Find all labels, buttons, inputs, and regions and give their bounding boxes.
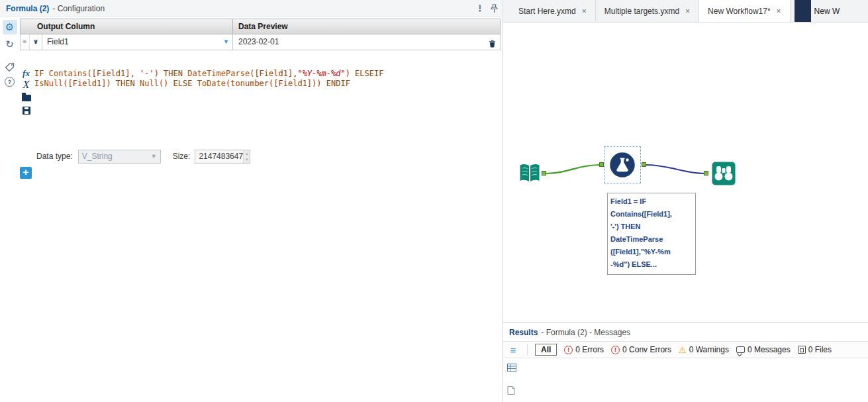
data-type-value: V_String: [82, 152, 113, 161]
filter-icon: !: [611, 346, 620, 354]
connection-input-to-formula[interactable]: [546, 165, 599, 174]
input-data-tool[interactable]: [516, 160, 543, 189]
results-subtitle: - Formula (2) - Messages: [541, 328, 630, 337]
more-options-icon[interactable]: ⋮: [475, 3, 485, 13]
tab-strip-dark-block: [795, 0, 811, 22]
close-icon[interactable]: ×: [777, 7, 781, 16]
filter-icon: ⚠: [679, 345, 687, 355]
row-expand-chevron-icon[interactable]: ∨: [30, 34, 42, 50]
configuration-panel-header: Formula (2) - Configuration ⋮: [0, 0, 502, 17]
input-anchor[interactable]: [599, 162, 604, 167]
results-panel: Results - Formula (2) - Messages ≡ All !…: [503, 323, 868, 402]
output-column-row: ≡ ∨ Field1 ▼ 2023-02-01: [20, 34, 501, 50]
connection-formula-to-browse[interactable]: [646, 165, 705, 174]
data-preview-header: Data Preview: [233, 19, 501, 34]
close-icon[interactable]: ×: [582, 7, 587, 16]
annotation-line: Field1 = IF: [610, 195, 693, 208]
workflow-tab[interactable]: New Workflow17* ×: [699, 0, 791, 22]
results-filter[interactable]: 0 Messages: [736, 345, 791, 354]
input-anchor[interactable]: [704, 171, 708, 176]
folder-icon[interactable]: [22, 95, 31, 101]
save-expression-icon[interactable]: [23, 107, 30, 115]
workflow-tab[interactable]: Start Here.yxmd ×: [510, 0, 596, 22]
filter-icon: !: [564, 346, 573, 354]
size-input[interactable]: 2147483647 ▴ ▾: [195, 150, 250, 164]
size-value: 2147483647: [195, 150, 243, 163]
variables-icon[interactable]: X: [23, 79, 30, 91]
data-type-select[interactable]: V_String ▼: [78, 150, 161, 164]
output-column-value: Field1: [47, 37, 69, 46]
filter-label: 0 Warnings: [689, 345, 729, 354]
workflow-tab[interactable]: Multiple targets.yxmd ×: [596, 0, 699, 22]
pin-icon[interactable]: [491, 4, 498, 13]
results-filter[interactable]: ⚠ 0 Warnings: [679, 345, 729, 355]
size-stepper[interactable]: ▴ ▾: [243, 150, 250, 163]
row-drag-handle[interactable]: ≡: [21, 34, 30, 50]
chevron-down-icon[interactable]: ▼: [223, 34, 229, 49]
results-body: [503, 358, 868, 401]
gear-icon[interactable]: ⚙: [3, 20, 17, 34]
annotation-line: DateTimeParse: [610, 233, 693, 246]
config-tool-title: Formula (2): [6, 4, 49, 13]
binoculars-icon: [710, 160, 737, 187]
filter-label: 0 Errors: [575, 345, 604, 354]
results-title: Results: [509, 328, 538, 337]
formula-expression-input[interactable]: IF Contains([Field1], '-') THEN DateTime…: [32, 50, 501, 147]
stepper-up-icon[interactable]: ▴: [244, 150, 250, 157]
results-filter[interactable]: ! 0 Errors: [564, 345, 604, 354]
output-anchor[interactable]: [642, 162, 646, 167]
results-filter[interactable]: All: [535, 344, 557, 356]
output-anchor[interactable]: [542, 171, 546, 176]
annotation-line: Contains([Field1],: [610, 208, 693, 221]
data-preview-value: 2023-02-01: [238, 37, 279, 46]
data-type-row: Data type: V_String ▼ Size: 2147483647 ▴…: [20, 147, 501, 166]
table-view-icon[interactable]: [507, 364, 516, 374]
filter-label: All: [541, 345, 551, 354]
functions-icon[interactable]: fx: [23, 68, 30, 79]
workflow-tab-bar: Start Here.yxmd × Multiple targets.yxmd …: [503, 0, 868, 23]
workflow-canvas[interactable]: Field1 = IFContains([Field1],'-') THENDa…: [503, 23, 868, 323]
document-view-icon[interactable]: [507, 386, 515, 397]
output-column-select[interactable]: Field1 ▼: [42, 34, 233, 50]
filter-label: 0 Messages: [747, 345, 791, 354]
browse-tool[interactable]: [710, 160, 737, 189]
filter-label: 0 Conv Errors: [622, 345, 671, 354]
filter-icon: [798, 346, 806, 354]
filter-icon: [736, 346, 745, 353]
output-column-header: Output Column: [20, 19, 233, 34]
results-filter[interactable]: ! 0 Conv Errors: [611, 345, 671, 354]
formula-tool-selection[interactable]: [604, 146, 641, 183]
config-subtitle: - Configuration: [52, 4, 105, 13]
output-grid-header: Output Column Data Preview: [20, 19, 501, 34]
stepper-down-icon[interactable]: ▾: [244, 156, 250, 163]
filter-label: 0 Files: [808, 345, 832, 354]
expression-editor-gutter: fx X: [20, 50, 32, 147]
results-toolbar: ≡ All ! 0 Errors ! 0 Con: [503, 341, 868, 358]
close-icon[interactable]: ×: [685, 7, 690, 16]
size-label: Size:: [173, 152, 191, 161]
add-column-button[interactable]: +: [20, 167, 32, 179]
chevron-down-icon: ▼: [151, 153, 157, 160]
help-icon[interactable]: ?: [5, 77, 15, 87]
expression-editor: fx X IF Contains([Field1], '-') THEN Dat…: [20, 50, 501, 147]
connection-wires: [503, 23, 868, 323]
refresh-icon[interactable]: ↻: [3, 37, 17, 52]
results-header: Results - Formula (2) - Messages: [503, 323, 868, 341]
tool-annotation[interactable]: Field1 = IFContains([Field1],'-') THENDa…: [607, 193, 696, 275]
tag-icon[interactable]: [3, 60, 17, 74]
data-type-label: Data type:: [36, 152, 73, 161]
workflow-tab-partial[interactable]: New W: [814, 0, 840, 22]
results-filter[interactable]: 0 Files: [798, 345, 832, 354]
flask-icon: [608, 150, 637, 179]
message-list-icon[interactable]: ≡: [506, 344, 520, 356]
data-preview-cell: 2023-02-01: [233, 34, 500, 50]
alteryx-designer-window: Formula (2) - Configuration ⋮ ⚙ ↻ ? Outp…: [0, 0, 868, 402]
annotation-line: '-') THEN: [610, 221, 693, 233]
config-panel-rail: ⚙ ↻ ?: [0, 17, 19, 402]
annotation-line: -%d") ELSE...: [610, 258, 693, 271]
book-icon: [516, 160, 543, 187]
annotation-line: ([Field1],"%Y-%m: [610, 246, 693, 258]
